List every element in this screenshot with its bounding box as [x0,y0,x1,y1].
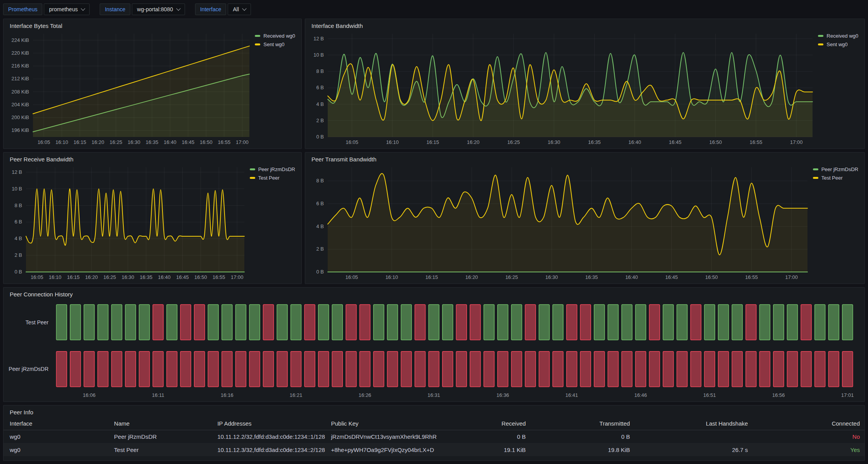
row-2: Peer Receive Bandwidth 0 B2 B4 B6 B8 B10… [3,152,865,284]
svg-text:16:50: 16:50 [709,139,722,145]
svg-text:0 B: 0 B [316,269,324,275]
svg-text:2 B: 2 B [316,246,324,252]
table-row: wg0Test Peer10.11.12.3/32,fdfd:d3ad:c0de… [3,443,865,457]
svg-text:16:20: 16:20 [92,139,104,145]
svg-text:16:10: 16:10 [49,274,62,280]
svg-text:204 KiB: 204 KiB [11,102,29,107]
dashboard: Prometheus prometheus Instance wg-portal… [0,0,868,464]
peer-info-table: InterfaceNameIP AddressesPublic KeyRecei… [3,416,865,461]
table-cell: No [752,430,865,443]
legend: Peer jRzmDsDR Test Peer [246,163,297,282]
column-header[interactable]: Received [438,417,531,430]
svg-text:16:40: 16:40 [158,274,171,280]
table-cell: 10.11.12.3/32,fdfd:d3ad:c0de:1234::2/128 [213,443,326,457]
svg-text:6 B: 6 B [316,85,324,90]
connection-history-timeline[interactable]: Test PeerPeer jRzmDsDR16:0616:1116:1616:… [8,298,860,400]
panel-title[interactable]: Peer Transmit Bandwidth [305,152,865,163]
svg-text:16:16: 16:16 [221,392,233,398]
panel-interface-bandwidth: Interface Bandwidth 0 B2 B4 B6 B8 B10 B1… [305,19,865,149]
column-header[interactable]: Name [109,417,213,430]
svg-text:16:10: 16:10 [55,139,68,145]
table-cell: 19.8 KiB [531,443,635,457]
svg-text:16:45: 16:45 [665,274,678,280]
table-cell: Yes [752,443,865,457]
svg-text:16:41: 16:41 [565,392,578,398]
var-prometheus-label[interactable]: Prometheus [3,3,42,15]
svg-text:224 KiB: 224 KiB [11,37,29,43]
series-color-swatch [250,177,255,179]
svg-text:12 B: 12 B [12,169,22,175]
svg-text:16:15: 16:15 [74,139,86,145]
legend-item[interactable]: Test Peer [250,175,295,181]
table-cell: 0 B [531,430,635,443]
svg-text:16:11: 16:11 [152,392,164,398]
var-instance-select[interactable]: wg-portal:8080 [132,3,185,15]
panel-interface-bytes-total: Interface Bytes Total 196 KiB200 KiB204 … [3,19,302,149]
svg-text:212 KiB: 212 KiB [11,76,29,81]
legend-label: Peer jRzmDsDR [821,166,858,172]
legend-item[interactable]: Received wg0 [818,33,858,39]
legend-item[interactable]: Peer jRzmDsDR [813,166,858,172]
svg-text:16:05: 16:05 [346,274,358,280]
peer-receive-chart[interactable]: 0 B2 B4 B6 B8 B10 B12 B16:0516:1016:1516… [8,163,246,282]
column-header[interactable]: Last Handshake [635,417,752,430]
table-cell: wg0 [3,430,109,443]
var-instance-label[interactable]: Instance [100,3,130,15]
svg-text:220 KiB: 220 KiB [11,50,29,56]
series-color-swatch [818,35,823,37]
column-header[interactable]: IP Addresses [213,417,326,430]
var-interface-label[interactable]: Interface [195,3,226,15]
legend-item[interactable]: Sent wg0 [255,42,295,47]
legend-label: Received wg0 [827,33,858,39]
panel-title[interactable]: Interface Bytes Total [3,19,301,30]
var-interface-select[interactable]: All [228,3,251,15]
svg-text:16:30: 16:30 [128,139,140,145]
table-cell: Test Peer [109,443,213,457]
svg-text:6 B: 6 B [316,201,324,206]
legend-label: Sent wg0 [263,42,284,47]
series-color-swatch [818,43,823,45]
column-header[interactable]: Interface [3,417,109,430]
svg-text:17:01: 17:01 [841,392,854,398]
chart-svg: 0 B2 B4 B6 B8 B10 B12 B16:0516:1016:1516… [8,163,246,282]
panel-title[interactable]: Peer Info [3,405,865,416]
svg-text:16:25: 16:25 [104,274,116,280]
svg-text:16:15: 16:15 [425,274,438,280]
legend-label: Received wg0 [263,33,295,39]
legend-item[interactable]: Sent wg0 [818,42,858,47]
panel-title[interactable]: Peer Connection History [3,287,865,298]
panel-title[interactable]: Interface Bandwidth [305,19,865,30]
interface-bytes-chart[interactable]: 196 KiB200 KiB204 KiB208 KiB212 KiB216 K… [8,30,251,147]
legend: Received wg0 Sent wg0 [814,30,860,147]
column-header[interactable]: Transmitted [531,417,635,430]
svg-text:16:25: 16:25 [110,139,123,145]
table-cell: 26.7 s [635,443,752,457]
svg-text:16:20: 16:20 [85,274,98,280]
svg-text:16:25: 16:25 [505,274,518,280]
svg-text:17:00: 17:00 [236,139,249,145]
var-prometheus-select[interactable]: prometheus [44,3,90,15]
peer-transmit-chart[interactable]: 0 B2 B4 B6 B8 B16:0516:1016:1516:2016:25… [310,163,809,282]
svg-text:16:35: 16:35 [146,139,159,145]
legend-item[interactable]: Peer jRzmDsDR [250,166,295,172]
svg-text:16:55: 16:55 [213,274,225,280]
svg-text:16:50: 16:50 [200,139,213,145]
interface-bandwidth-chart[interactable]: 0 B2 B4 B6 B8 B10 B12 B16:0516:1016:1516… [310,30,814,147]
var-prometheus-value: prometheus [49,6,78,12]
svg-text:16:50: 16:50 [705,274,718,280]
column-header[interactable]: Connected [752,417,865,430]
var-instance: Instance wg-portal:8080 [100,3,185,15]
var-instance-value: wg-portal:8080 [137,6,173,12]
legend-item[interactable]: Received wg0 [255,33,295,39]
svg-text:16:30: 16:30 [548,139,560,145]
svg-text:208 KiB: 208 KiB [11,89,29,95]
svg-text:2 B: 2 B [14,252,22,258]
svg-text:6 B: 6 B [14,219,22,225]
svg-text:16:05: 16:05 [31,274,43,280]
svg-text:16:15: 16:15 [427,139,439,145]
svg-text:16:25: 16:25 [507,139,520,145]
legend-item[interactable]: Test Peer [813,175,858,181]
svg-text:16:51: 16:51 [703,392,716,398]
panel-title[interactable]: Peer Receive Bandwidth [3,152,301,163]
column-header[interactable]: Public Key [326,417,438,430]
